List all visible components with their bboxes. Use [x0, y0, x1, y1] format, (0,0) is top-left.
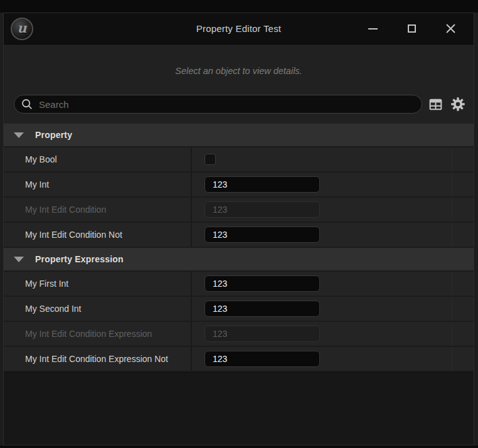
- property-name-cell: My Int Edit Condition Expression: [4, 322, 191, 346]
- row-right-gutter: [451, 272, 452, 296]
- property-row-my-int-edit-condition-expression: My Int Edit Condition Expression: [4, 322, 474, 347]
- property-value-cell: [192, 297, 451, 321]
- property-name-cell: My First Int: [4, 272, 191, 296]
- property-row-my-int-edit-condition: My Int Edit Condition: [4, 198, 474, 223]
- property-label: My Int: [25, 179, 49, 189]
- settings-button[interactable]: [449, 95, 467, 114]
- row-right-gutter: [451, 322, 452, 346]
- search-box[interactable]: [14, 95, 422, 114]
- search-icon: [21, 98, 33, 110]
- property-row-my-bool: My Bool: [4, 147, 474, 173]
- search-input[interactable]: [39, 99, 415, 110]
- screen: u Property Editor Test Select an object …: [0, 0, 478, 448]
- section-header-property-expression[interactable]: Property Expression: [4, 248, 474, 272]
- maximize-icon: [408, 24, 416, 33]
- title-bar[interactable]: u Property Editor Test: [4, 13, 474, 45]
- property-row-my-first-int: My First Int: [4, 272, 474, 297]
- minimize-icon: [368, 28, 378, 29]
- table-view-button[interactable]: [426, 95, 445, 114]
- row-right-gutter: [451, 198, 452, 221]
- row-right-gutter: [451, 297, 452, 321]
- section-label: Property Expression: [35, 254, 124, 264]
- chevron-down-icon: [14, 132, 24, 138]
- property-value-cell: [192, 272, 451, 296]
- my-int-edit-condition-not-input[interactable]: [204, 227, 320, 243]
- property-name-cell: My Second Int: [4, 297, 191, 321]
- my-int-edit-condition-expression-input: [204, 326, 320, 342]
- details-panel: Property My Bool My Int My Int Edit Cond…: [4, 124, 474, 372]
- property-label: My Int Edit Condition Expression: [25, 329, 152, 339]
- property-label: My Int Edit Condition Not: [25, 230, 122, 240]
- search-toolbar: [14, 95, 467, 114]
- row-right-gutter: [451, 347, 452, 371]
- property-value-cell: [192, 223, 451, 247]
- property-label: My Second Int: [25, 304, 82, 314]
- property-value-cell: [192, 147, 451, 171]
- minimize-button[interactable]: [367, 23, 378, 35]
- property-name-cell: My Int Edit Condition: [4, 198, 191, 221]
- property-row-my-int-edit-condition-expression-not: My Int Edit Condition Expression Not: [4, 347, 474, 372]
- my-int-edit-condition-input: [204, 201, 320, 218]
- maximize-button[interactable]: [406, 23, 417, 35]
- property-value-cell: [192, 173, 451, 196]
- window-controls: [367, 23, 456, 35]
- empty-selection-hint: Select an object to view details.: [4, 66, 474, 78]
- property-editor-window: u Property Editor Test Select an object …: [3, 13, 474, 445]
- close-icon: [445, 23, 456, 34]
- property-name-cell: My Int: [4, 173, 191, 196]
- table-view-icon: [428, 97, 443, 112]
- property-name-cell: My Bool: [4, 147, 191, 171]
- property-value-cell: [192, 198, 451, 221]
- settings-gear-icon: [450, 96, 466, 112]
- property-label: My Int Edit Condition: [25, 205, 106, 215]
- desktop-top-strip: [0, 0, 478, 13]
- row-right-gutter: [451, 223, 452, 247]
- chevron-down-icon: [14, 257, 24, 262]
- property-label: My First Int: [25, 279, 68, 289]
- row-right-gutter: [451, 173, 452, 196]
- my-second-int-input[interactable]: [204, 301, 320, 317]
- close-button[interactable]: [445, 23, 456, 35]
- empty-area: [4, 372, 474, 445]
- desktop-bottom-strip: [0, 445, 478, 448]
- property-value-cell: [192, 347, 451, 371]
- property-row-my-int: My Int: [4, 173, 474, 198]
- property-name-cell: My Int Edit Condition Expression Not: [4, 347, 191, 371]
- row-right-gutter: [451, 147, 452, 171]
- my-int-edit-condition-expression-not-input[interactable]: [204, 351, 320, 367]
- section-header-property[interactable]: Property: [4, 124, 474, 147]
- my-int-input[interactable]: [204, 176, 320, 193]
- property-label: My Bool: [25, 154, 57, 164]
- property-row-my-second-int: My Second Int: [4, 297, 474, 322]
- property-row-my-int-edit-condition-not: My Int Edit Condition Not: [4, 223, 474, 248]
- property-name-cell: My Int Edit Condition Not: [4, 223, 191, 247]
- my-first-int-input[interactable]: [204, 275, 320, 292]
- property-label: My Int Edit Condition Expression Not: [25, 354, 168, 364]
- my-bool-checkbox[interactable]: [204, 154, 216, 165]
- property-value-cell: [192, 322, 451, 346]
- section-label: Property: [35, 130, 72, 140]
